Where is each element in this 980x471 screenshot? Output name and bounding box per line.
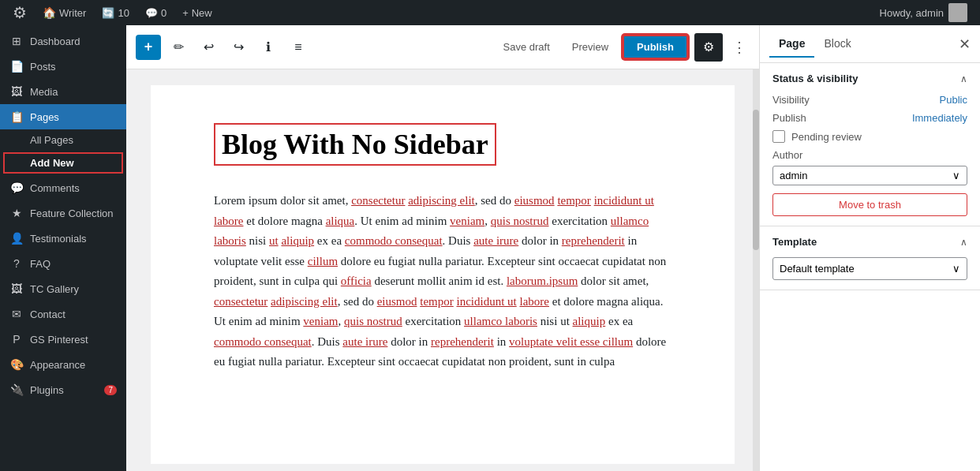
- link-cillum[interactable]: cillum: [308, 255, 338, 267]
- link-consectetur[interactable]: consectetur: [351, 194, 405, 207]
- media-icon: 🖼: [9, 85, 24, 98]
- preview-button[interactable]: Preview: [564, 36, 616, 58]
- sidebar-item-tc-gallery[interactable]: 🖼 TC Gallery: [0, 276, 126, 301]
- publish-button[interactable]: Publish: [623, 35, 688, 59]
- comments-item[interactable]: 💬 0: [139, 0, 173, 25]
- testimonials-icon: 👤: [9, 232, 24, 245]
- sidebar-label-appearance: Appearance: [30, 359, 85, 371]
- link-tempor[interactable]: tempor: [557, 194, 591, 207]
- link-aliqua[interactable]: aliqua: [326, 215, 355, 227]
- dashboard-icon: ⊞: [9, 35, 24, 47]
- site-name-item[interactable]: 🏠 Writer: [36, 0, 92, 25]
- link-labore[interactable]: labore: [214, 215, 243, 227]
- sidebar-item-testimonials[interactable]: 👤 Testimonials: [0, 226, 126, 251]
- sidebar-item-comments[interactable]: 💬 Comments: [0, 175, 126, 200]
- sidebar: ⊞ Dashboard 📄 Posts 🖼 Media 📋 Pages All …: [0, 25, 126, 471]
- updates-item[interactable]: 🔄 10: [95, 0, 135, 25]
- add-block-button[interactable]: +: [136, 35, 161, 60]
- sidebar-item-posts[interactable]: 📄 Posts: [0, 54, 126, 79]
- sidebar-item-media[interactable]: 🖼 Media: [0, 79, 126, 104]
- link-aliquip[interactable]: aliquip: [281, 234, 314, 247]
- info-button[interactable]: ℹ: [256, 35, 281, 60]
- link-tempor2[interactable]: tempor: [420, 295, 454, 308]
- link-veniam2[interactable]: veniam: [303, 315, 338, 327]
- sub-item-all-pages[interactable]: All Pages: [0, 129, 126, 151]
- link-aute[interactable]: aute irure: [473, 234, 518, 247]
- sidebar-item-feature-collection[interactable]: ★ Feature Collection: [0, 200, 126, 226]
- sub-item-add-new[interactable]: Add New: [3, 152, 123, 174]
- link-laboris[interactable]: laboris: [214, 234, 246, 247]
- link-quis[interactable]: quis nostrud: [491, 215, 549, 227]
- link-incididunt2[interactable]: incididunt ut: [456, 295, 516, 308]
- link-commodo[interactable]: commodo consequat: [345, 234, 443, 247]
- link-labore2[interactable]: labore: [519, 295, 548, 308]
- sidebar-item-faq[interactable]: ? FAQ: [0, 251, 126, 276]
- wp-logo-item[interactable]: ⚙: [6, 0, 33, 25]
- settings-button[interactable]: ⚙: [694, 33, 723, 62]
- link-ullamco[interactable]: ullamco: [611, 215, 649, 227]
- adminbar-right: Howdy, admin: [873, 3, 974, 22]
- link-commodo2[interactable]: commodo consequat: [214, 335, 312, 348]
- link-reprehenderit[interactable]: reprehenderit: [562, 234, 625, 247]
- publish-value[interactable]: Immediately: [912, 112, 967, 124]
- sidebar-item-gs-pinterest[interactable]: P GS Pinterest: [0, 327, 126, 352]
- link-adipiscing[interactable]: adipiscing elit: [408, 194, 475, 207]
- pending-review-checkbox[interactable]: [772, 130, 785, 143]
- sidebar-label-faq: FAQ: [30, 258, 50, 270]
- undo-button[interactable]: ↩: [196, 35, 221, 60]
- sidebar-item-plugins[interactable]: 🔌 Plugins 7: [0, 377, 126, 402]
- link-aliquip2[interactable]: aliquip: [573, 315, 606, 327]
- link-eiusmod2[interactable]: eiusmod: [377, 295, 417, 308]
- scrollbar-track[interactable]: [753, 69, 759, 471]
- link-ullamco2[interactable]: ullamco laboris: [464, 315, 537, 327]
- link-incididunt[interactable]: incididunt ut: [594, 194, 654, 207]
- link-quis2[interactable]: quis nostrud: [344, 315, 402, 327]
- visibility-value[interactable]: Public: [940, 94, 967, 106]
- sidebar-item-pages[interactable]: 📋 Pages: [0, 104, 126, 129]
- author-select[interactable]: admin ∨: [772, 166, 967, 185]
- link-laborum[interactable]: laborum.ipsum: [507, 275, 578, 287]
- link-voluptate[interactable]: voluptate velit esse cillum: [509, 335, 633, 348]
- link-ut[interactable]: ut: [269, 234, 279, 247]
- plugins-badge: 7: [104, 385, 117, 395]
- tab-block[interactable]: Block: [814, 31, 860, 58]
- sidebar-label-posts: Posts: [30, 61, 56, 73]
- visibility-label: Visibility: [772, 94, 810, 106]
- status-visibility-section: Status & visibility ∧ Visibility Public …: [760, 63, 980, 226]
- sidebar-item-contact[interactable]: ✉ Contact: [0, 301, 126, 327]
- editor-body[interactable]: Lorem ipsum dolor sit amet, consectetur …: [214, 191, 671, 372]
- list-view-button[interactable]: ≡: [286, 35, 311, 60]
- edit-button[interactable]: ✏: [166, 35, 191, 60]
- move-to-trash-button[interactable]: Move to trash: [772, 193, 967, 216]
- link-consectetur2[interactable]: consectetur: [214, 295, 267, 308]
- link-reprehenderit2[interactable]: reprehenderit: [431, 335, 494, 348]
- template-chevron-icon[interactable]: ∧: [960, 237, 967, 248]
- tab-page[interactable]: Page: [769, 31, 814, 58]
- page-title[interactable]: Blog With No Sidebar: [214, 123, 496, 166]
- new-content-item[interactable]: + New: [176, 0, 219, 25]
- link-aute2[interactable]: aute irure: [342, 335, 387, 348]
- right-panel: Page Block ✕ Status & visibility ∧ Visib…: [759, 25, 980, 471]
- save-draft-button[interactable]: Save draft: [496, 36, 558, 58]
- contact-icon: ✉: [9, 308, 24, 320]
- more-options-button[interactable]: ⋮: [729, 36, 750, 59]
- link-adipiscing2[interactable]: adipiscing elit: [271, 295, 338, 308]
- comments-icon: 💬: [145, 7, 158, 19]
- howdy-section: Howdy, admin: [873, 3, 974, 22]
- status-chevron-icon[interactable]: ∧: [960, 73, 967, 84]
- template-select[interactable]: Default template ∨: [772, 257, 967, 280]
- redo-button[interactable]: ↪: [226, 35, 251, 60]
- sidebar-item-dashboard[interactable]: ⊞ Dashboard: [0, 28, 126, 54]
- site-name: Writer: [59, 7, 86, 19]
- link-eiusmod[interactable]: eiusmod: [514, 194, 555, 207]
- scrollbar-thumb[interactable]: [753, 110, 759, 250]
- sidebar-label-contact: Contact: [30, 308, 65, 320]
- template-section: Template ∧ Default template ∨: [760, 226, 980, 290]
- howdy-text: Howdy, admin: [880, 7, 944, 19]
- link-veniam[interactable]: veniam: [450, 215, 484, 227]
- editor-scroll[interactable]: Blog With No Sidebar Lorem ipsum dolor s…: [126, 69, 759, 471]
- sidebar-item-appearance[interactable]: 🎨 Appearance: [0, 352, 126, 377]
- author-label: Author: [772, 149, 802, 161]
- link-officia[interactable]: officia: [341, 275, 372, 287]
- panel-close-button[interactable]: ✕: [959, 36, 971, 53]
